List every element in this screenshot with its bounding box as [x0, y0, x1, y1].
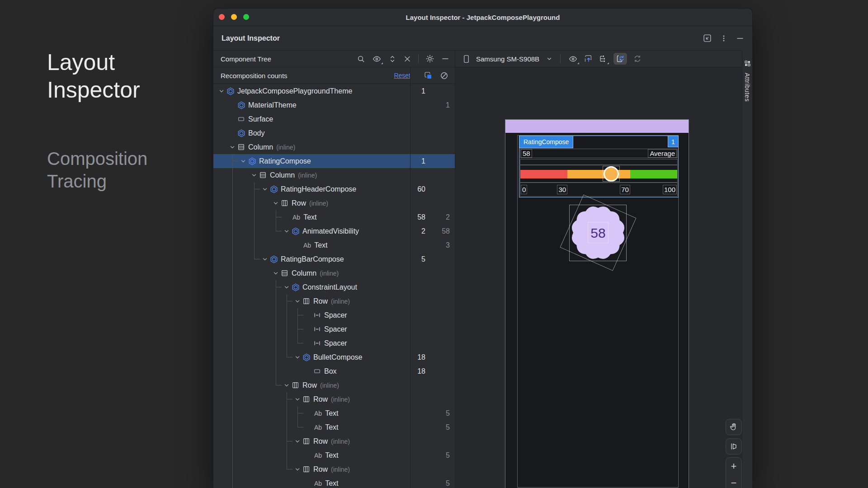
tree-row-label: Text: [325, 423, 338, 432]
tree-connector: [254, 189, 260, 189]
tree-row-label: RatingCompose: [259, 157, 311, 165]
slide-title-line1: Layout: [47, 49, 147, 76]
chevron-down-icon[interactable]: [217, 88, 226, 95]
tree-row[interactable]: Row(inline): [213, 434, 455, 448]
chevron-down-icon[interactable]: [293, 466, 302, 473]
tree-filter-icon[interactable]: [599, 54, 608, 63]
chevron-down-icon[interactable]: [293, 396, 302, 403]
chevron-down-icon[interactable]: [260, 256, 269, 263]
collapse-all-icon[interactable]: [403, 55, 411, 63]
tree-row[interactable]: MaterialTheme1: [213, 98, 455, 112]
tree-row[interactable]: Column(inline): [213, 168, 455, 182]
chevron-down-icon[interactable]: [271, 270, 280, 277]
hide-icon[interactable]: [736, 34, 744, 42]
more-options-icon[interactable]: [720, 34, 728, 42]
tree-row[interactable]: Body: [213, 126, 455, 140]
export-snapshot-icon[interactable]: [584, 54, 593, 63]
recomposition-counts-label: Recomposition counts: [221, 72, 288, 80]
recomposition-count: 60: [405, 182, 425, 196]
chevron-down-icon[interactable]: [271, 200, 280, 207]
tree-row[interactable]: Column(inline): [213, 266, 455, 280]
pan-icon[interactable]: [726, 419, 742, 435]
row-icon: [302, 465, 311, 473]
hide-panel-icon[interactable]: [441, 55, 449, 63]
column-icon: [280, 269, 289, 277]
reset-counts-link[interactable]: Reset: [394, 72, 410, 79]
tree-guide-line: [254, 182, 255, 259]
tree-row[interactable]: AbText582: [213, 210, 455, 224]
text-icon: Ab: [314, 424, 322, 431]
tree-connector: [254, 259, 260, 259]
expand-all-icon[interactable]: [388, 55, 396, 63]
tree-row[interactable]: Row(inline): [213, 294, 455, 308]
tree-row[interactable]: Row(inline): [213, 462, 455, 476]
tree-row[interactable]: Surface: [213, 112, 455, 126]
rotate-3d-icon[interactable]: [726, 438, 742, 455]
recomposition-count: 58: [405, 210, 425, 224]
inline-suffix: (inline): [320, 382, 339, 389]
tree-row[interactable]: Spacer: [213, 308, 455, 322]
chevron-down-icon[interactable]: [282, 382, 291, 389]
zoom-in-icon[interactable]: +: [726, 458, 741, 474]
tree-connector: [232, 161, 238, 161]
tree-row-label: JetpackComposePlaygroundTheme: [237, 87, 352, 95]
tree-row-label: MaterialTheme: [248, 101, 297, 109]
tree-row[interactable]: Box18: [213, 364, 455, 378]
chevron-down-icon[interactable]: [293, 298, 302, 305]
tree-row[interactable]: RatingHeaderCompose60: [213, 182, 455, 196]
device-screen[interactable]: RatingCompose 1 58 Average 03070100: [505, 119, 689, 488]
chevron-down-icon[interactable]: [293, 354, 302, 361]
dock-window-icon[interactable]: [703, 34, 712, 42]
device-name[interactable]: Samsung SM-S908B: [476, 55, 539, 63]
tree-row[interactable]: JetpackComposePlaygroundTheme1: [213, 84, 455, 98]
tree-row[interactable]: AbText5: [213, 420, 455, 434]
view-options-icon[interactable]: [568, 55, 578, 63]
tree-row[interactable]: AnimatedVisibility258: [213, 224, 455, 238]
tree-row[interactable]: BulletCompose18: [213, 350, 455, 364]
tree-row-label: Row: [292, 199, 306, 207]
zoom-out-icon[interactable]: −: [726, 474, 741, 488]
tool-window-header: Layout Inspector: [213, 26, 752, 51]
component-tree: JetpackComposePlaygroundTheme1MaterialTh…: [213, 84, 455, 488]
component-tree-panel: Component Tree: [213, 51, 455, 488]
slide-title: Layout Inspector: [47, 49, 147, 104]
chevron-down-icon[interactable]: [282, 284, 291, 291]
visibility-icon[interactable]: [372, 55, 382, 63]
close-window-button[interactable]: [219, 14, 225, 20]
tree-row[interactable]: Spacer: [213, 336, 455, 350]
attributes-tab[interactable]: Attributes: [744, 73, 751, 102]
refresh-icon[interactable]: [633, 54, 642, 63]
tree-connector: [287, 399, 292, 399]
tree-row[interactable]: AbText5: [213, 476, 455, 488]
tree-row[interactable]: RatingBarCompose5: [213, 252, 455, 266]
settings-icon[interactable]: [425, 54, 434, 63]
tree-row[interactable]: Row(inline): [213, 378, 455, 392]
chevron-down-icon[interactable]: [228, 144, 237, 151]
slide-subtitle: Composition Tracing: [47, 147, 147, 192]
search-icon[interactable]: [357, 55, 365, 63]
column-icon: [237, 143, 245, 151]
component-tree-toolbar: Component Tree: [213, 51, 455, 67]
chevron-down-icon[interactable]: [293, 438, 302, 445]
zoom-window-button[interactable]: [243, 14, 249, 20]
minimize-window-button[interactable]: [231, 14, 237, 20]
live-updates-button[interactable]: [613, 53, 627, 65]
tree-row[interactable]: AbText5: [213, 448, 455, 462]
tree-row[interactable]: AbText5: [213, 406, 455, 420]
tree-row[interactable]: AbText3: [213, 238, 455, 252]
chevron-down-icon[interactable]: [250, 172, 259, 179]
tree-row[interactable]: ConstraintLayout: [213, 280, 455, 294]
device-preview-canvas[interactable]: RatingCompose 1 58 Average 03070100: [455, 67, 752, 488]
chevron-down-icon[interactable]: [282, 228, 291, 235]
scale-tick-label: 30: [557, 185, 567, 194]
tree-row[interactable]: Row(inline): [213, 196, 455, 210]
disable-counts-icon[interactable]: [440, 71, 448, 80]
chevron-down-icon[interactable]: [260, 186, 269, 193]
copy-counts-icon[interactable]: [424, 71, 433, 80]
tree-row[interactable]: Column(inline): [213, 140, 455, 154]
chevron-down-icon[interactable]: [546, 56, 552, 62]
tree-row[interactable]: Row(inline): [213, 392, 455, 406]
chevron-down-icon[interactable]: [239, 158, 248, 165]
tree-row[interactable]: RatingCompose1: [213, 154, 455, 168]
tree-row[interactable]: Spacer: [213, 322, 455, 336]
